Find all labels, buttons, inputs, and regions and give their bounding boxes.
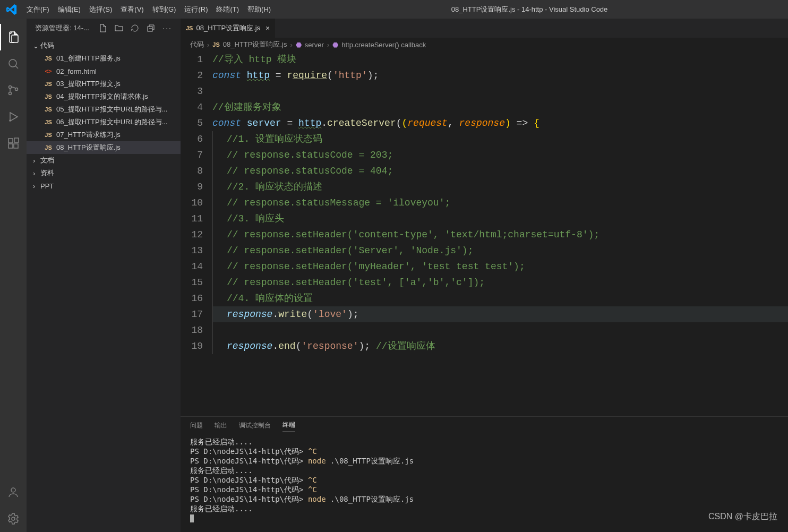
file-row[interactable]: JS01_创建HTTP服务.js <box>27 52 181 65</box>
svg-rect-8 <box>14 138 19 142</box>
chevron-right-icon: › <box>327 41 329 49</box>
collapse-all-icon[interactable] <box>147 24 155 32</box>
js-file-icon: JS <box>44 144 53 151</box>
panel-tab[interactable]: 问题 <box>190 419 203 432</box>
breadcrumb-item[interactable]: http.createServer() callback <box>341 41 426 49</box>
js-file-icon: JS <box>186 25 193 31</box>
js-file-icon: JS <box>44 93 53 100</box>
symbol-icon: ⬣ <box>332 41 338 49</box>
window-title: 08_HTTP设置响应.js - 14-http - Visual Studio… <box>275 5 784 14</box>
tab-label: 08_HTTP设置响应.js <box>196 23 260 33</box>
svg-point-0 <box>9 59 16 67</box>
chevron-right-icon: › <box>207 41 209 49</box>
js-file-icon: JS <box>44 119 53 125</box>
settings-gear-icon[interactable] <box>0 505 27 532</box>
file-label: 04_提取HTTP报文的请求体.js <box>56 92 148 101</box>
menu-item[interactable]: 转到(G) <box>148 3 181 15</box>
chevron-down-icon: ⌄ <box>33 42 39 50</box>
menu-item[interactable]: 选择(S) <box>85 3 116 15</box>
menu-item[interactable]: 运行(R) <box>180 3 212 15</box>
new-folder-icon[interactable] <box>115 24 123 32</box>
panel-tab[interactable]: 终端 <box>282 418 295 432</box>
more-icon[interactable]: ··· <box>162 24 172 32</box>
file-label: 08_HTTP设置响应.js <box>56 143 121 152</box>
breadcrumb-item[interactable]: 代码 <box>190 40 204 49</box>
menu-item[interactable]: 编辑(E) <box>54 3 85 15</box>
svg-rect-5 <box>8 139 13 143</box>
breadcrumbs[interactable]: 代码 › JS 08_HTTP设置响应.js › ⬣ server › ⬣ ht… <box>181 38 788 52</box>
title-bar: 文件(F)编辑(E)选择(S)查看(V)转到(G)运行(R)终端(T)帮助(H)… <box>0 0 788 19</box>
svg-point-10 <box>12 517 15 520</box>
menu-item[interactable]: 终端(T) <box>212 3 243 15</box>
file-row[interactable]: JS05_提取HTTP报文中URL的路径与... <box>27 103 181 116</box>
folder-label: 资料 <box>40 168 54 178</box>
breadcrumb-item[interactable]: 08_HTTP设置响应.js <box>223 40 287 49</box>
menu-item[interactable]: 文件(F) <box>22 3 54 15</box>
vscode-logo-icon <box>6 4 17 15</box>
file-row[interactable]: JS04_提取HTTP报文的请求体.js <box>27 90 181 103</box>
breadcrumb-item[interactable]: server <box>305 41 324 49</box>
folder-label: PPT <box>40 182 54 190</box>
file-row[interactable]: JS07_HTTP请求练习.js <box>27 128 181 141</box>
file-tree: ⌄代码JS01_创建HTTP服务.js<>02_form.htmlJS03_提取… <box>27 37 181 194</box>
code-content[interactable]: //导入 http 模块const http = require('http')… <box>212 52 788 416</box>
chevron-right-icon: › <box>33 169 39 177</box>
explorer-sidebar: 资源管理器: 14-... ··· ⌄代码JS01_创建HTTP服务.js<>0… <box>27 19 181 532</box>
svg-point-2 <box>9 92 12 95</box>
svg-point-1 <box>9 86 12 89</box>
file-row[interactable]: <>02_form.html <box>27 65 181 78</box>
sidebar-header: 资源管理器: 14-... ··· <box>27 19 181 37</box>
explorer-icon[interactable] <box>0 24 27 50</box>
bottom-panel: 问题输出调试控制台终端 服务已经启动....PS D:\nodeJS\14-ht… <box>181 416 788 532</box>
svg-point-9 <box>11 488 15 492</box>
editor-area: JS 08_HTTP设置响应.js × 代码 › JS 08_HTTP设置响应.… <box>181 19 788 532</box>
terminal-output[interactable]: 服务已经启动....PS D:\nodeJS\14-http\代码> ^CPS … <box>181 434 788 532</box>
svg-rect-7 <box>14 144 18 148</box>
activity-bar <box>0 19 27 532</box>
code-editor[interactable]: 12345678910111213141516171819 //导入 http … <box>181 52 788 416</box>
line-gutter: 12345678910111213141516171819 <box>181 52 212 416</box>
js-file-icon: JS <box>44 132 53 138</box>
js-file-icon: JS <box>44 81 53 87</box>
folder-label: 文档 <box>40 156 54 165</box>
svg-rect-6 <box>8 144 13 148</box>
folder-row[interactable]: ›PPT <box>27 179 181 192</box>
close-icon[interactable]: × <box>265 24 270 32</box>
run-debug-icon[interactable] <box>0 104 27 130</box>
file-label: 07_HTTP请求练习.js <box>56 130 121 140</box>
file-row[interactable]: JS03_提取HTTP报文.js <box>27 78 181 90</box>
watermark: CSDN @卡皮巴拉 <box>708 511 777 522</box>
menu-bar: 文件(F)编辑(E)选择(S)查看(V)转到(G)运行(R)终端(T)帮助(H) <box>22 5 275 14</box>
panel-tab[interactable]: 输出 <box>215 419 227 432</box>
sidebar-actions: ··· <box>99 24 172 32</box>
folder-row[interactable]: ›文档 <box>27 154 181 167</box>
symbol-icon: ⬣ <box>296 41 302 49</box>
new-file-icon[interactable] <box>99 24 107 32</box>
html-file-icon: <> <box>44 68 53 74</box>
panel-tab[interactable]: 调试控制台 <box>239 419 271 432</box>
js-file-icon: JS <box>44 106 53 113</box>
sidebar-title: 资源管理器: 14-... <box>35 23 89 33</box>
chevron-right-icon: › <box>290 41 292 49</box>
chevron-right-icon: › <box>33 182 39 190</box>
folder-row[interactable]: ⌄代码 <box>27 39 181 52</box>
menu-item[interactable]: 查看(V) <box>116 3 148 15</box>
accounts-icon[interactable] <box>0 479 27 505</box>
js-file-icon: JS <box>212 41 219 48</box>
panel-tabs: 问题输出调试控制台终端 <box>181 417 788 434</box>
source-control-icon[interactable] <box>0 77 27 104</box>
refresh-icon[interactable] <box>131 24 139 32</box>
js-file-icon: JS <box>44 55 53 62</box>
file-label: 05_提取HTTP报文中URL的路径与... <box>56 105 167 114</box>
editor-tab[interactable]: JS 08_HTTP设置响应.js × <box>181 19 276 38</box>
file-label: 06_提取HTTP报文中URL的路径与... <box>56 117 167 127</box>
search-icon[interactable] <box>0 50 27 77</box>
menu-item[interactable]: 帮助(H) <box>243 3 275 15</box>
folder-row[interactable]: ›资料 <box>27 167 181 179</box>
file-row[interactable]: JS08_HTTP设置响应.js <box>27 141 181 154</box>
file-label: 03_提取HTTP报文.js <box>56 79 121 89</box>
editor-tabs: JS 08_HTTP设置响应.js × <box>181 19 788 38</box>
file-row[interactable]: JS06_提取HTTP报文中URL的路径与... <box>27 116 181 128</box>
folder-label: 代码 <box>40 41 54 50</box>
extensions-icon[interactable] <box>0 130 27 157</box>
